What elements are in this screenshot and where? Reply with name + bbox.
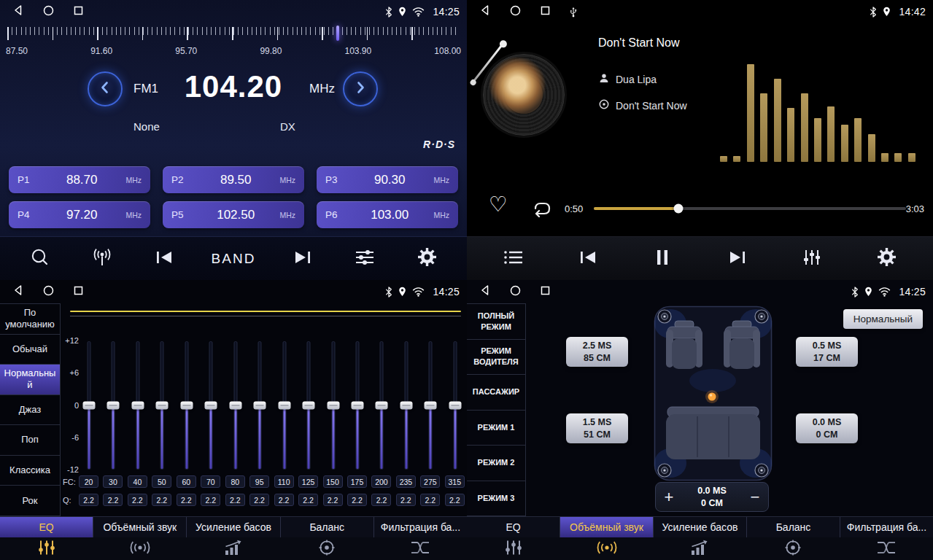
sound-preset-badge[interactable]: Нормальный (843, 309, 923, 329)
eq-slider-thumb[interactable] (303, 402, 315, 410)
eq-preset-item-6[interactable]: Рок (0, 486, 60, 516)
eq-slider-thumb[interactable] (400, 402, 412, 410)
decrease-delay-button[interactable]: − (742, 489, 768, 505)
eq-slider-thumb[interactable] (131, 402, 144, 410)
eq-fc-value[interactable]: 315 (445, 475, 465, 488)
mixer-button[interactable] (797, 243, 827, 275)
audio-tab-icon-cell-4[interactable] (840, 537, 933, 560)
eq-slider-thumb[interactable] (180, 402, 193, 410)
eq-q-value[interactable]: 2.2 (323, 494, 343, 506)
seek-bar[interactable] (594, 207, 906, 210)
seek-thumb[interactable] (673, 204, 683, 214)
audio-tab-icon-cell-4[interactable] (373, 537, 467, 560)
preset-P2[interactable]: P2 89.50 MHz (163, 166, 304, 193)
eq-band-slider-3[interactable] (131, 341, 145, 470)
eq-slider-thumb[interactable] (83, 402, 96, 410)
eq-fc-value[interactable]: 60 (177, 475, 196, 488)
eq-band-slider-12[interactable] (350, 341, 365, 470)
sound-mode-item-4[interactable]: РЕЖИМ 2 (467, 446, 525, 481)
delay-rear-left-button[interactable]: 1.5 MS 51 CM (566, 413, 628, 443)
eq-band-slider-6[interactable] (204, 341, 218, 470)
audio-tab-icon-cell-3[interactable] (746, 537, 840, 560)
scan-button[interactable] (25, 243, 55, 275)
eq-fc-value[interactable]: 110 (274, 475, 294, 488)
sound-mode-item-2[interactable]: ПАССАЖИР (467, 375, 525, 411)
eq-fc-value[interactable]: 275 (420, 475, 440, 488)
previous-track-button[interactable] (573, 243, 603, 275)
playlist-button[interactable] (498, 243, 528, 275)
home-button[interactable] (43, 5, 54, 19)
sound-mode-item-3[interactable]: РЕЖИМ 1 (467, 411, 525, 446)
eq-preset-item-4[interactable]: Поп (0, 425, 60, 456)
eq-fc-value[interactable]: 70 (201, 475, 220, 488)
delay-rear-right-button[interactable]: 0.0 MS 0 CM (796, 413, 858, 443)
delay-front-right-button[interactable]: 0.5 MS 17 CM (796, 337, 858, 367)
eq-band-slider-10[interactable] (301, 341, 316, 470)
eq-slider-thumb[interactable] (351, 402, 363, 410)
eq-band-slider-14[interactable] (399, 341, 414, 470)
eq-q-value[interactable]: 2.2 (396, 494, 416, 506)
eq-slider-thumb[interactable] (156, 402, 169, 410)
eq-q-value[interactable]: 2.2 (152, 494, 171, 506)
frequency-ruler[interactable] (7, 27, 457, 43)
eq-fc-value[interactable]: 150 (323, 475, 343, 488)
back-button[interactable] (479, 284, 490, 299)
back-button[interactable] (12, 4, 23, 19)
home-button[interactable] (43, 285, 54, 299)
eq-q-value[interactable]: 2.2 (225, 494, 245, 506)
eq-slider-thumb[interactable] (107, 402, 120, 410)
back-button[interactable] (479, 4, 490, 19)
next-track-button[interactable] (722, 243, 753, 275)
eq-q-value[interactable]: 2.2 (420, 494, 440, 506)
eq-preset-item-1[interactable]: Обычай (0, 335, 60, 365)
eq-q-value[interactable]: 2.2 (79, 494, 98, 506)
preset-P6[interactable]: P6 103.00 MHz (317, 201, 458, 228)
audio-tab-4[interactable]: Фильтрация ба... (840, 517, 933, 537)
sound-mode-item-5[interactable]: РЕЖИМ 3 (467, 481, 525, 517)
audio-tab-icon-cell-2[interactable] (187, 537, 280, 560)
eq-band-slider-11[interactable] (326, 341, 341, 470)
tuning-broadcast-button[interactable] (87, 243, 117, 275)
eq-slider-thumb[interactable] (425, 402, 437, 410)
audio-tab-0[interactable]: EQ (467, 517, 560, 537)
settings-button[interactable] (872, 243, 902, 275)
recents-button[interactable] (74, 285, 83, 298)
recents-button[interactable] (74, 5, 83, 18)
eq-preset-item-5[interactable]: Классика (0, 456, 60, 486)
tune-up-button[interactable] (343, 71, 378, 106)
equalizer-button[interactable] (349, 243, 380, 275)
audio-tab-4[interactable]: Фильтрация ба... (374, 517, 467, 537)
eq-slider-thumb[interactable] (254, 402, 266, 410)
audio-tab-1[interactable]: Объёмный звук (560, 517, 654, 537)
eq-band-slider-2[interactable] (106, 341, 120, 470)
eq-preset-item-2[interactable]: Нормальный (0, 365, 60, 395)
home-button[interactable] (510, 5, 521, 19)
sound-mode-item-1[interactable]: РЕЖИМ ВОДИТЕЛЯ (467, 340, 525, 376)
eq-q-value[interactable]: 2.2 (298, 494, 318, 506)
tune-down-button[interactable] (88, 71, 123, 106)
sound-mode-item-0[interactable]: ПОЛНЫЙ РЕЖИМ (467, 304, 525, 340)
eq-q-value[interactable]: 2.2 (371, 494, 391, 506)
eq-slider-thumb[interactable] (278, 402, 290, 410)
eq-q-value[interactable]: 2.2 (249, 494, 269, 506)
eq-fc-value[interactable]: 200 (371, 475, 391, 488)
eq-band-slider-16[interactable] (448, 341, 462, 470)
eq-band-slider-15[interactable] (423, 341, 438, 470)
audio-tab-icon-cell-2[interactable] (654, 537, 747, 560)
eq-q-value[interactable]: 2.2 (128, 494, 147, 506)
eq-fc-value[interactable]: 125 (298, 475, 318, 488)
preset-P1[interactable]: P1 88.70 MHz (9, 166, 150, 193)
previous-station-button[interactable] (149, 243, 179, 275)
eq-fc-value[interactable]: 40 (128, 475, 147, 488)
eq-fc-value[interactable]: 50 (152, 475, 171, 488)
audio-tab-2[interactable]: Усиление басов (654, 517, 747, 537)
audio-tab-1[interactable]: Объёмный звук (93, 517, 187, 537)
preset-P5[interactable]: P5 102.50 MHz (163, 201, 304, 228)
eq-preset-item-0[interactable]: По умолчанию (0, 304, 60, 335)
audio-tab-icon-cell-3[interactable] (280, 537, 373, 560)
audio-tab-icon-cell-1[interactable] (93, 537, 187, 560)
eq-slider-thumb[interactable] (449, 402, 461, 410)
audio-tab-icon-cell-1[interactable] (560, 537, 654, 560)
eq-q-value[interactable]: 2.2 (347, 494, 367, 506)
eq-slider-thumb[interactable] (376, 402, 388, 410)
